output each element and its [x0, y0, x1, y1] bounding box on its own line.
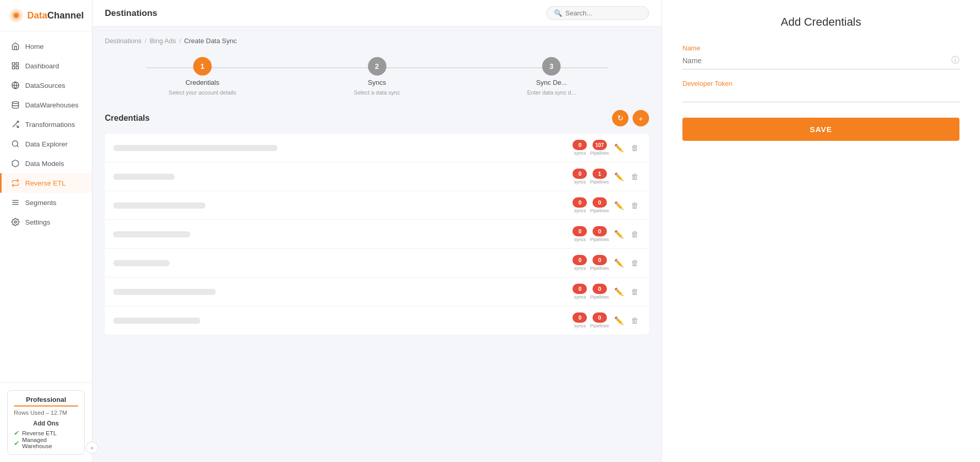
- data-models-icon: [11, 159, 20, 168]
- delete-credential-3[interactable]: 🗑: [629, 199, 641, 212]
- sidebar-item-reverse-etl[interactable]: Reverse ETL: [0, 173, 92, 193]
- developer-token-input[interactable]: [682, 90, 959, 99]
- sidebar-item-data-explorer-label: Data Explorer: [25, 140, 68, 148]
- step-1-circle: 1: [193, 57, 212, 76]
- plan-addon-managed-warehouse: ✔ Managed Warehouse: [14, 437, 78, 449]
- step-3-label: Sync De...: [536, 79, 567, 86]
- sidebar-item-settings[interactable]: Settings: [0, 212, 92, 232]
- step-1-sublabel: Select your account details: [169, 89, 236, 96]
- search-input[interactable]: [565, 9, 637, 17]
- segments-icon: [11, 198, 20, 207]
- svg-rect-3: [12, 63, 15, 65]
- pipelines-count-2: 1: [593, 169, 607, 179]
- edit-credential-1[interactable]: ✏️: [612, 141, 626, 155]
- syncs-badge-5: 0 syncs: [572, 255, 587, 271]
- edit-credential-6[interactable]: ✏️: [612, 285, 626, 299]
- edit-credential-4[interactable]: ✏️: [612, 228, 626, 241]
- table-row: 0 syncs 0 Pipelines ✏️ 🗑: [105, 191, 649, 220]
- delete-credential-5[interactable]: 🗑: [629, 256, 641, 269]
- sidebar-item-home[interactable]: Home: [0, 36, 92, 56]
- table-row: 0 syncs 0 Pipelines ✏️ 🗑: [105, 306, 649, 335]
- cred-row-actions-6: 0 syncs 0 Pipelines ✏️ 🗑: [572, 284, 641, 300]
- svg-rect-5: [12, 66, 15, 69]
- delete-credential-6[interactable]: 🗑: [629, 285, 641, 298]
- datawarehouses-icon: [11, 100, 20, 109]
- name-field-label: Name: [682, 44, 959, 52]
- syncs-label-3: syncs: [574, 208, 586, 213]
- cred-row-actions-7: 0 syncs 0 Pipelines ✏️ 🗑: [572, 312, 641, 328]
- svg-point-17: [14, 221, 16, 223]
- svg-point-9: [12, 101, 19, 103]
- content-area: Destinations / Bing Ads / Create Data Sy…: [93, 27, 661, 462]
- pipelines-count-4: 0: [593, 226, 607, 236]
- sidebar-item-segments[interactable]: Segments: [0, 193, 92, 212]
- add-credential-button[interactable]: +: [633, 110, 649, 126]
- pipelines-badge-4: 0 Pipelines: [590, 226, 609, 242]
- table-row: 0 syncs 0 Pipelines ✏️ 🗑: [105, 278, 649, 306]
- sidebar-item-transformations[interactable]: Transformations: [0, 115, 92, 134]
- reverse-etl-icon: [11, 178, 20, 188]
- save-button[interactable]: SAVE: [682, 118, 959, 141]
- dashboard-icon: [11, 61, 20, 70]
- info-icon[interactable]: ⓘ: [951, 55, 959, 66]
- delete-credential-2[interactable]: 🗑: [629, 170, 641, 183]
- data-explorer-icon: [11, 139, 20, 149]
- breadcrumb-bing-ads[interactable]: Bing Ads: [150, 37, 176, 45]
- plan-title: Professional: [14, 396, 78, 406]
- credential-name-5: [113, 260, 170, 266]
- svg-point-2: [14, 13, 19, 18]
- delete-credential-4[interactable]: 🗑: [629, 228, 641, 241]
- edit-credential-3[interactable]: ✏️: [612, 199, 626, 212]
- breadcrumb-sep-2: /: [179, 37, 181, 45]
- step-2-circle: 2: [368, 57, 386, 76]
- plan-addons-label: Add Ons: [14, 420, 78, 427]
- syncs-label-4: syncs: [574, 237, 586, 242]
- sidebar-item-datasources[interactable]: DataSources: [0, 76, 92, 95]
- sidebar-item-data-models[interactable]: Data Models: [0, 154, 92, 173]
- pipelines-label-1: Pipelines: [590, 151, 609, 156]
- step-2-label: Syncs: [368, 79, 386, 86]
- sidebar-item-dashboard[interactable]: Dashboard: [0, 56, 92, 76]
- credential-name-6: [113, 289, 216, 295]
- syncs-count-7: 0: [572, 312, 587, 323]
- main-header: Destinations 🔍: [93, 0, 661, 27]
- table-row: 0 syncs 1 Pipelines ✏️ 🗑: [105, 162, 649, 191]
- refresh-button[interactable]: ↻: [612, 110, 628, 126]
- plan-addon-reverse-etl: ✔ Reverse ETL: [14, 429, 78, 437]
- delete-credential-1[interactable]: 🗑: [629, 141, 641, 154]
- credentials-list: 0 syncs 107 Pipelines ✏️ 🗑 0: [105, 134, 649, 335]
- page-title: Destinations: [105, 8, 157, 19]
- check-icon-2: ✔: [14, 439, 20, 447]
- sidebar-item-data-models-label: Data Models: [25, 160, 64, 168]
- sidebar-item-reverse-etl-label: Reverse ETL: [25, 179, 66, 187]
- svg-rect-4: [16, 63, 19, 65]
- datasources-icon: [11, 81, 20, 90]
- pipelines-count-3: 0: [593, 197, 607, 208]
- syncs-count-4: 0: [572, 226, 587, 236]
- edit-credential-7[interactable]: ✏️: [612, 314, 626, 327]
- cred-row-actions-5: 0 syncs 0 Pipelines ✏️ 🗑: [572, 255, 641, 271]
- sidebar-item-datawarehouses-label: DataWarehouses: [25, 101, 79, 109]
- credential-name-7: [113, 318, 200, 324]
- edit-credential-2[interactable]: ✏️: [612, 170, 626, 183]
- syncs-badge-1: 0 syncs: [572, 140, 587, 156]
- pipelines-badge-6: 0 Pipelines: [590, 284, 609, 300]
- syncs-badge-6: 0 syncs: [572, 284, 587, 300]
- check-icon: ✔: [14, 429, 20, 437]
- breadcrumb-sep-1: /: [145, 37, 147, 45]
- edit-credential-5[interactable]: ✏️: [612, 256, 626, 270]
- search-box[interactable]: 🔍: [546, 6, 649, 20]
- pipelines-count-7: 0: [593, 312, 607, 323]
- sidebar-item-datawarehouses[interactable]: DataWarehouses: [0, 95, 92, 115]
- cred-row-actions-4: 0 syncs 0 Pipelines ✏️ 🗑: [572, 226, 641, 242]
- delete-credential-7[interactable]: 🗑: [629, 314, 641, 327]
- search-icon: 🔍: [554, 9, 562, 17]
- pipelines-label-3: Pipelines: [590, 208, 609, 213]
- sidebar-item-home-label: Home: [25, 43, 44, 50]
- sidebar-item-data-explorer[interactable]: Data Explorer: [0, 134, 92, 154]
- breadcrumb-destinations[interactable]: Destinations: [105, 37, 142, 45]
- syncs-count-5: 0: [572, 255, 587, 265]
- stepper: 1 Credentials Select your account detail…: [105, 57, 649, 96]
- sidebar-item-segments-label: Segments: [25, 199, 57, 207]
- name-input[interactable]: [682, 57, 947, 65]
